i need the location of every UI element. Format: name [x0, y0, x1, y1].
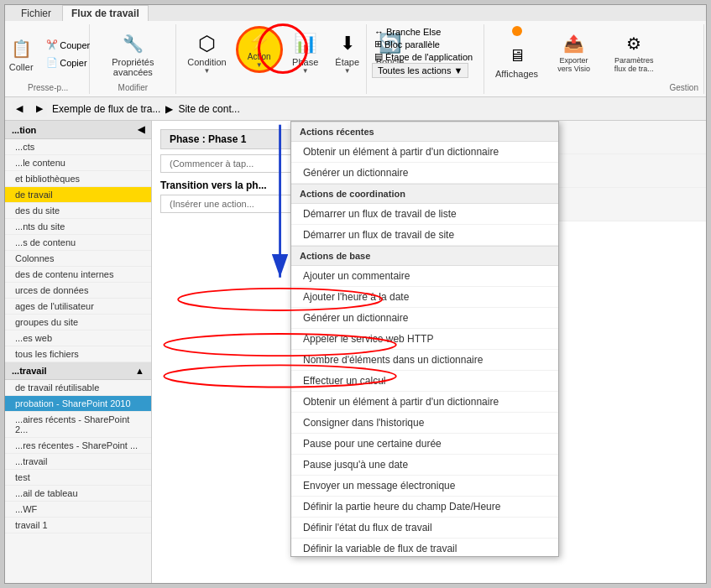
sidebar-item-colonnes[interactable]: Colonnes [5, 251, 151, 267]
sidebar-item-travail1[interactable]: travail 1 [5, 518, 151, 533]
workflow-path: Exemple de flux de tra... [52, 103, 160, 115]
sidebar-item-fichiers[interactable]: tous les fichiers [5, 346, 151, 362]
dropdown-item-pause-date[interactable]: Pause jusqu'à une date [291, 455, 558, 476]
action-icon: ⚡ [246, 30, 273, 52]
all-actions-label: Toutes les actions [378, 65, 451, 75]
sidebar-item-ages[interactable]: ages de l'utilisateur [5, 299, 151, 315]
etape-app-icon: ▤ [374, 51, 383, 62]
parametres-button[interactable]: ⚙ Paramètres flux de tra... [604, 26, 665, 78]
affichages-icon: 🖥 [504, 42, 531, 69]
group-presse-papier: 📋 Coller ✂️ Couper 📄 Copier [7, 24, 90, 94]
copier-label: Copier [60, 58, 86, 68]
forward-button[interactable]: ▶ [32, 101, 47, 117]
modifier-label: Modifier [118, 81, 149, 92]
phase-button[interactable]: 📊 Phase ▼ [286, 26, 325, 79]
dropdown-item-pause-duree[interactable]: Pause pour une certaine durée [291, 434, 558, 455]
workflow-right-item-1 [539, 121, 706, 154]
branche-else-button[interactable]: ↔ Branche Else [372, 26, 443, 38]
dropdown-item-demarrer-liste[interactable]: Démarrer un flux de travail de liste [291, 204, 558, 225]
sidebar-item-sources[interactable]: urces de données [5, 283, 151, 299]
parametres-icon: ⚙ [620, 30, 647, 57]
action-button[interactable]: ⚡ Action ▼ [236, 26, 283, 73]
sidebar-item-nts-site[interactable]: ...nts du site [5, 219, 151, 235]
coller-button[interactable]: 📋 Coller [4, 31, 40, 76]
workflow-right-item-2 [539, 154, 706, 188]
right-row-1: ↔ Branche Else [372, 26, 443, 38]
dropdown-item-appeler-web[interactable]: Appeler le service web HTTP [291, 329, 558, 350]
dropdown-item-ajouter-heure[interactable]: Ajouter l'heure à la date [291, 287, 558, 308]
dropdown-item-effectuer-calcul[interactable]: Effectuer un calcul [291, 371, 558, 392]
address-bar: ◀ ▶ Exemple de flux de tra... ▶ Site de … [5, 97, 706, 121]
dropdown-item-definir-etat[interactable]: Définir l'état du flux de travail [291, 518, 558, 539]
tab-flux[interactable]: Flux de travail [62, 5, 149, 21]
affichages-label: Affichages [495, 69, 538, 79]
dropdown-menu: Actions récentes Obtenir un élément à pa… [290, 121, 559, 557]
affichages-indicator [512, 26, 522, 36]
copier-icon: 📄 [46, 57, 58, 68]
dropdown-item-obtenir-recent[interactable]: Obtenir un élément à partir d'un diction… [291, 142, 558, 163]
dropdown-item-generer-dict[interactable]: Générer un dictionnaire [291, 308, 558, 329]
sidebar-item-reutilisable[interactable]: de travail réutilisable [5, 380, 151, 396]
sidebar-item-probation[interactable]: probation - SharePoint 2010 [5, 396, 151, 412]
tab-fichier[interactable]: Fichier [12, 5, 60, 21]
bloc-parallele-icon: ⊞ [374, 39, 382, 49]
group-right: ↔ Branche Else ⊞ Bloc parallèle ▤ Étape … [367, 24, 484, 94]
exporter-visio-icon: 📤 [561, 30, 588, 57]
path-separator: ▶ [165, 103, 173, 115]
sidebar-item-des-site[interactable]: des du site [5, 203, 151, 219]
back-button[interactable]: ◀ [12, 101, 27, 117]
condition-chevron: ▼ [204, 67, 211, 75]
sidebar-item-contenu[interactable]: ...le contenu [5, 155, 151, 171]
proprietes-icon: 🔧 [119, 30, 146, 57]
sidebar-item-web[interactable]: ...es web [5, 330, 151, 346]
dropdown-section-recentes: Actions récentes [291, 122, 558, 142]
workflow-right [538, 121, 706, 221]
dropdown-item-generer-recent[interactable]: Générer un dictionnaire [291, 163, 558, 184]
bloc-parallele-label: Bloc parallèle [384, 39, 440, 49]
ribbon-tabs: Fichier Flux de travail [5, 5, 706, 21]
etape-app-label: Étape de l'application [385, 52, 473, 62]
sidebar-item-de-contenu[interactable]: ...s de contenu [5, 235, 151, 251]
sidebar-item-groupes[interactable]: groupes du site [5, 315, 151, 330]
dropdown-item-envoyer-message[interactable]: Envoyer un message électronique [291, 476, 558, 497]
site-path: Site de cont... [178, 103, 239, 115]
sidebar-item-recents1[interactable]: ...aires récents - SharePoint 2... [5, 412, 151, 438]
all-actions-chevron: ▼ [453, 65, 463, 75]
dropdown-item-definir-heure[interactable]: Définir la partie heure du champ Date/He… [291, 497, 558, 518]
right-row-all: Toutes les actions ▼ [372, 63, 468, 78]
dropdown-item-consigner[interactable]: Consigner dans l'historique [291, 413, 558, 434]
proprietes-button[interactable]: 🔧 Propriétés avancées [95, 26, 170, 81]
travail-section-label: ...travail [12, 366, 47, 376]
sidebar-item-bibliotheques[interactable]: et bibliothèques [5, 171, 151, 187]
etape-button[interactable]: ⬇ Étape ▼ [328, 26, 367, 79]
sidebar-section-travail[interactable]: ...travail ▲ [5, 362, 151, 380]
dropdown-item-nombre-elements[interactable]: Nombre d'éléments dans un dictionnaire [291, 350, 558, 371]
couper-button[interactable]: ✂️ Couper [42, 37, 94, 53]
etape-application-button[interactable]: ▤ Étape de l'application [372, 50, 475, 63]
branche-else-icon: ↔ [374, 27, 384, 37]
sidebar-item-wf[interactable]: ...WF [5, 502, 151, 518]
presse-papier-label: Presse-p... [28, 81, 68, 92]
bloc-parallele-button[interactable]: ⊞ Bloc parallèle [372, 38, 442, 50]
sidebar-item-recentes[interactable]: ...res récentes - SharePoint ... [5, 438, 151, 454]
copier-button[interactable]: 📄 Copier [42, 55, 94, 70]
sidebar-item-contenu-internes[interactable]: des de contenu internes [5, 267, 151, 283]
sidebar-item-test[interactable]: test [5, 470, 151, 486]
sidebar-section-navigation[interactable]: ...tion ◀ [5, 121, 151, 139]
sidebar-item-cts[interactable]: ...cts [5, 139, 151, 155]
sidebar-item-travail2[interactable]: ...travail [5, 454, 151, 470]
workflow-right-item-3 [539, 188, 706, 221]
dropdown-item-definir-variable[interactable]: Définir la variable de flux de travail [291, 539, 558, 557]
all-actions-button[interactable]: Toutes les actions ▼ [372, 63, 468, 78]
content-panel: Phase : Phase 1 (Commencer à tap... Tran… [152, 121, 706, 583]
dropdown-item-demarrer-site[interactable]: Démarrer un flux de travail de site [291, 225, 558, 246]
phase-icon: 📊 [292, 30, 319, 57]
exporter-visio-button[interactable]: 📤 Exporter vers Visio [549, 26, 599, 78]
dropdown-item-obtenir-element[interactable]: Obtenir un élément à partir d'un diction… [291, 392, 558, 413]
condition-button[interactable]: ⬡ Condition ▼ [181, 26, 232, 79]
sidebar-item-travail[interactable]: de travail [5, 187, 151, 203]
dropdown-item-ajouter-commentaire[interactable]: Ajouter un commentaire [291, 266, 558, 287]
affichages-button[interactable]: 🖥 Affichages [489, 38, 544, 83]
sidebar-item-ail-tableau[interactable]: ...ail de tableau [5, 486, 151, 502]
ribbon-content: 📋 Coller ✂️ Couper 📄 Copier [5, 21, 706, 97]
